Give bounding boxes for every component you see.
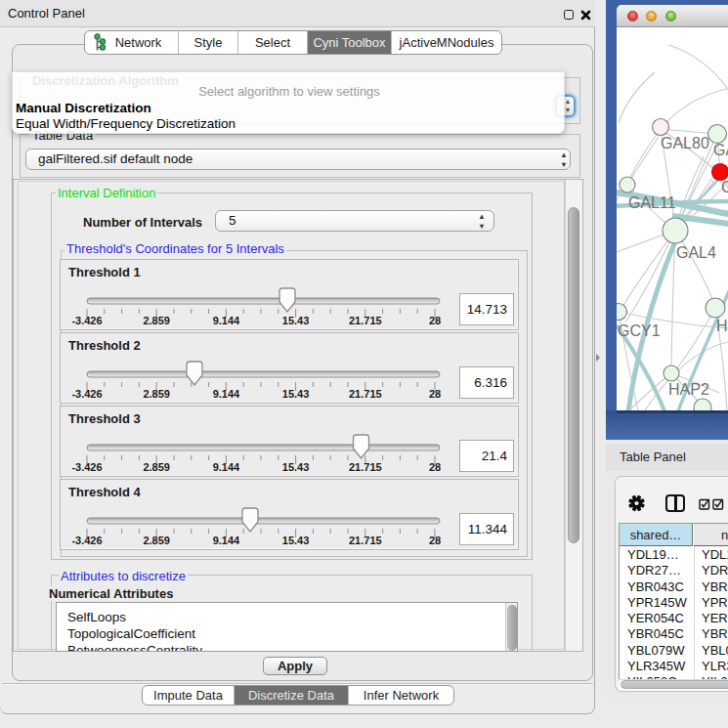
- svg-text:2.859: 2.859: [143, 535, 170, 546]
- svg-text:21.715: 21.715: [349, 535, 382, 546]
- svg-text:15.43: 15.43: [282, 535, 310, 546]
- svg-text:GAL11: GAL11: [628, 194, 676, 211]
- svg-text:21.715: 21.715: [349, 388, 382, 400]
- svg-text:21.715: 21.715: [349, 461, 382, 473]
- svg-text:15.43: 15.43: [282, 315, 310, 326]
- svg-text:C: C: [721, 179, 728, 195]
- svg-text:9.144: 9.144: [213, 388, 240, 400]
- svg-text:-3.426: -3.426: [71, 388, 102, 400]
- svg-text:2.859: 2.859: [143, 461, 170, 473]
- svg-text:GAL4: GAL4: [676, 244, 716, 261]
- svg-text:21.715: 21.715: [349, 315, 382, 326]
- svg-text:H: H: [716, 318, 728, 334]
- svg-text:HAP2: HAP2: [668, 381, 709, 398]
- svg-text:GA: GA: [713, 142, 728, 158]
- svg-text:9.144: 9.144: [213, 315, 240, 326]
- svg-text:15.43: 15.43: [282, 388, 310, 400]
- svg-text:28: 28: [429, 315, 441, 326]
- svg-text:9.144: 9.144: [213, 461, 240, 473]
- svg-text:-3.426: -3.426: [71, 535, 102, 546]
- svg-text:28: 28: [429, 461, 441, 473]
- svg-text:28: 28: [429, 535, 441, 546]
- svg-text:GAL80: GAL80: [661, 135, 709, 151]
- svg-text:-3.426: -3.426: [71, 461, 102, 473]
- svg-text:2.859: 2.859: [143, 388, 170, 400]
- svg-text:GCY1: GCY1: [618, 322, 661, 339]
- svg-text:15.43: 15.43: [282, 461, 310, 473]
- svg-text:-3.426: -3.426: [71, 315, 102, 326]
- svg-text:28: 28: [429, 388, 441, 400]
- svg-text:9.144: 9.144: [213, 535, 240, 546]
- svg-text:2.859: 2.859: [143, 315, 170, 326]
